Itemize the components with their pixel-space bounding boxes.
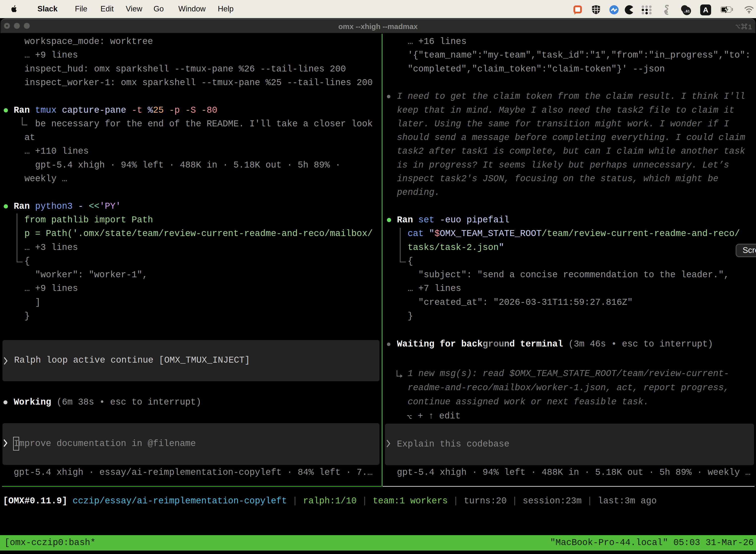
svg-text:..61: ..61 xyxy=(684,9,690,13)
